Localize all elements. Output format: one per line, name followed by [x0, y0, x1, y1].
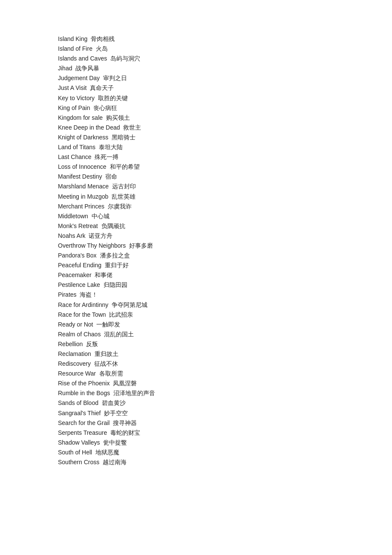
en-title: Rise of the Phoenix	[58, 380, 110, 387]
en-title: Serpents Treasure	[58, 429, 107, 436]
en-title: Pestilence Lake	[58, 281, 100, 288]
cn-title: 重归故土	[93, 350, 118, 357]
en-title: Sands of Blood	[58, 399, 98, 406]
en-title: Merchant Princes	[58, 203, 104, 210]
cn-title: 泰坦大陆	[97, 144, 123, 150]
list-item: Knee Deep in the Dead 救世主	[58, 123, 392, 133]
list-item: Islands and Caves 岛屿与洞穴	[58, 54, 392, 64]
en-title: Reclamation	[58, 350, 91, 357]
list-item: Pandora's Box 潘多拉之盒	[58, 251, 392, 260]
cn-title: 沼泽地里的声音	[112, 390, 155, 396]
list-item: Sands of Blood 碧血黄沙	[58, 398, 392, 408]
cn-title: 混乱的国土	[102, 331, 134, 338]
cn-title: 真命天子	[88, 84, 114, 91]
cn-title: 远古封印	[110, 183, 136, 190]
en-title: Shadow Valleys	[58, 439, 100, 446]
cn-title: 搜寻神器	[111, 419, 137, 426]
cn-title: 毒蛇的财宝	[109, 429, 140, 436]
list-item: Pirates 海盗！	[58, 290, 392, 300]
list-item: Rumble in the Bogs 沼泽地里的声音	[58, 388, 392, 398]
cn-title: 丧心病狂	[92, 104, 118, 111]
cn-title: 火岛	[94, 45, 108, 52]
list-item: Southern Cross 越过南海	[58, 457, 392, 467]
cn-title: 争夺阿第尼城	[110, 301, 147, 308]
list-item: Island King 骨肉相残	[58, 34, 392, 44]
cn-title: 比武招亲	[108, 311, 133, 318]
list-item: Loss of Innocence 和平的希望	[58, 162, 392, 172]
list-item: Rediscovery 征战不休	[58, 359, 392, 369]
list-item: Realm of Chaos 混乱的国土	[58, 330, 392, 339]
list-item: Key to Victory 取胜的关键	[58, 93, 392, 103]
cn-title: 宿命	[104, 173, 117, 180]
list-item: Peaceful Ending 重归于好	[58, 260, 392, 270]
en-title: Rediscovery	[58, 360, 91, 367]
list-item: Island of Fire 火岛	[58, 44, 392, 54]
cn-title: 黑暗骑士	[110, 134, 135, 141]
en-title: Overthrow Thy Neighbors	[58, 242, 126, 249]
en-title: Knight of Darkness	[58, 134, 108, 141]
list-item: Overthrow Thy Neighbors 好事多磨	[58, 241, 392, 251]
list-item: Serpents Treasure 毒蛇的财宝	[58, 428, 392, 438]
en-title: Middletown	[58, 213, 88, 220]
en-title: Last Chance	[58, 153, 92, 160]
en-title: Pandora's Box	[58, 252, 97, 259]
cn-title: 一触即发	[95, 321, 120, 328]
list-item: Noahs Ark 诺亚方舟	[58, 231, 392, 241]
en-title: Meeting in Muzgob	[58, 193, 108, 200]
list-item: Shadow Valleys 瓮中捉鳖	[58, 438, 392, 448]
cn-title: 好事多磨	[127, 242, 153, 249]
en-title: South of Hell	[58, 449, 92, 456]
list-item: Manifest Destiny 宿命	[58, 172, 392, 182]
en-title: Peacemaker	[58, 272, 92, 278]
list-item: Peacemaker 和事佬	[58, 270, 392, 280]
en-title: Peaceful Ending	[58, 262, 101, 269]
cn-title: 尔虞我诈	[106, 203, 132, 210]
cn-title: 乱世英雄	[110, 193, 135, 200]
map-list: Island King 骨肉相残Island of Fire 火岛Islands…	[58, 34, 392, 467]
cn-title: 各取所需	[98, 370, 123, 377]
en-title: Key to Victory	[58, 95, 95, 101]
list-item: Judgement Day 审判之日	[58, 73, 392, 83]
list-item: Rise of the Phoenix 凤凰涅磐	[58, 379, 392, 388]
en-title: Rumble in the Bogs	[58, 390, 110, 396]
cn-title: 殊死一搏	[93, 153, 119, 160]
list-item: Marshland Menace 远古封印	[58, 182, 392, 191]
list-item: King of Pain 丧心病狂	[58, 103, 392, 113]
cn-title: 骨肉相残	[89, 35, 115, 42]
list-item: Reclamation 重归故土	[58, 349, 392, 359]
cn-title: 反叛	[84, 341, 98, 347]
en-title: Marshland Menace	[58, 183, 109, 190]
en-title: Island of Fire	[58, 45, 92, 52]
list-item: Resource War 各取所需	[58, 369, 392, 379]
cn-title: 越过南海	[101, 459, 127, 465]
list-item: Meeting in Muzgob 乱世英雄	[58, 192, 392, 202]
en-title: Manifest Destiny	[58, 173, 102, 180]
en-title: Jihad	[58, 65, 72, 72]
list-item: Pestilence Lake 归隐田园	[58, 280, 392, 290]
cn-title: 归隐田园	[102, 281, 127, 288]
list-item: Race for Ardintinny 争夺阿第尼城	[58, 300, 392, 310]
en-title: Race for Ardintinny	[58, 301, 108, 308]
cn-title: 购买领土	[104, 114, 130, 121]
en-title: Islands and Caves	[58, 55, 107, 62]
en-title: Ready or Not	[58, 321, 93, 328]
cn-title: 岛屿与洞穴	[109, 55, 140, 62]
list-item: Knight of Darkness 黑暗骑士	[58, 133, 392, 142]
cn-title: 重归于好	[103, 262, 129, 269]
list-item: Jihad 战争风暴	[58, 64, 392, 73]
cn-title: 征战不休	[92, 360, 118, 367]
en-title: Realm of Chaos	[58, 331, 101, 338]
en-title: Kingdom for sale	[58, 114, 103, 121]
en-title: Knee Deep in the Dead	[58, 124, 120, 131]
cn-title: 潘多拉之盒	[98, 252, 130, 259]
list-item: South of Hell 地狱恶魔	[58, 448, 392, 457]
en-title: King of Pain	[58, 104, 90, 111]
cn-title: 和事佬	[93, 272, 113, 278]
en-title: Loss of Innocence	[58, 163, 107, 170]
en-title: Southern Cross	[58, 459, 99, 465]
cn-title: 审判之日	[101, 75, 127, 81]
list-item: Ready or Not 一触即发	[58, 320, 392, 330]
cn-title: 诺亚方舟	[87, 232, 113, 239]
en-title: Land of Titans	[58, 144, 95, 150]
cn-title: 凤凰涅磐	[111, 380, 137, 387]
